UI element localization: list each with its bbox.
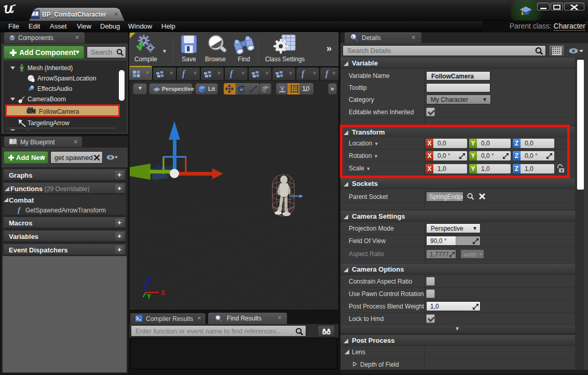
svg-text:Y: Y [147,293,151,300]
svg-text:i: i [352,35,353,39]
svg-text:X: X [161,289,165,297]
svg-text:Z: Z [147,277,151,284]
